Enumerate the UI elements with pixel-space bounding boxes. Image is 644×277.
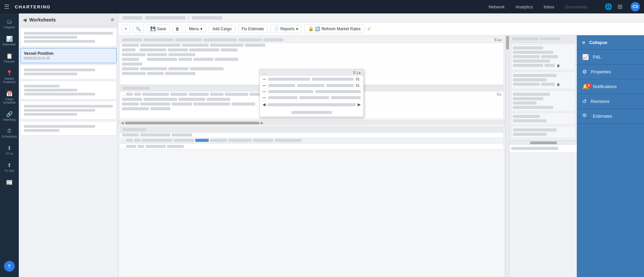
nav-analytics[interactable]: Analytics (513, 4, 535, 9)
grid-cell (122, 63, 142, 66)
popup-header: ... S La (260, 69, 363, 76)
scroll-thumb (506, 36, 509, 49)
collapse-icon: » (582, 39, 585, 45)
grid-cell (122, 48, 135, 51)
sidebar-item-cargo-schedule[interactable]: 📅 Cargo Schedule (1, 88, 18, 107)
horizontal-scrollbar[interactable]: ◀ ▶ (118, 120, 505, 125)
right-row (513, 101, 574, 105)
grid-cell (193, 58, 213, 61)
add-button[interactable]: + (122, 25, 130, 33)
right-panel-scrollbar[interactable] (510, 140, 577, 145)
reports-status-icon: ■ (296, 27, 298, 31)
reports-button[interactable]: 📄 Reports ■ (270, 25, 302, 33)
expand-right-icon[interactable]: ▶ (358, 102, 361, 107)
grid-cell (150, 107, 170, 110)
revisions-icon: ↺ (582, 98, 587, 105)
sidebar-item-scheduling[interactable]: 🗓 Scheduling (1, 125, 18, 141)
inner-row (137, 48, 501, 51)
right-cell (513, 128, 557, 131)
collapse-button[interactable]: » Collapse (577, 35, 644, 50)
worksheet-item[interactable] (20, 81, 117, 100)
worksheet-item[interactable] (20, 65, 117, 79)
popup-cell (312, 78, 354, 81)
sidebar-item-estimates[interactable]: 📊 Estimates (1, 33, 18, 49)
right-cell (513, 55, 540, 58)
grid-cell (122, 98, 142, 101)
collapse-panel-button[interactable]: ≡ (111, 17, 114, 23)
grid-cell (147, 72, 164, 75)
worksheet-item[interactable] (20, 121, 117, 136)
popup-bottom: ◀ ▶ (260, 101, 363, 108)
save-button[interactable]: 💾 Save (147, 25, 170, 33)
check-button[interactable]: ✓ (367, 26, 371, 32)
popup-footer (260, 108, 363, 117)
grid-section-1-header: S La (120, 37, 503, 43)
popup-label-right: S La (353, 71, 361, 75)
grid-cell (232, 103, 255, 106)
grid-cell (190, 67, 224, 70)
hamburger-menu[interactable]: ☰ (4, 3, 9, 10)
sidebar-item-matching[interactable]: 🔗 Matching (1, 108, 18, 124)
sidebar-item-market-positions[interactable]: 📍 Market Positions (1, 67, 18, 86)
grid-cell (122, 107, 149, 110)
breadcrumb-part1 (122, 16, 143, 19)
add-cargo-button[interactable]: Add Cargo (209, 25, 235, 33)
popup-overlay: ... S La ••• 31. ••• (259, 69, 364, 117)
estimates-button[interactable]: 🔍 Estimates (577, 109, 644, 124)
grid-cell (215, 58, 238, 61)
grid-cell (182, 44, 209, 47)
grid-cell (165, 72, 195, 75)
worksheet-item-active[interactable]: Vessel Position 09/05/2019 01:45 (20, 48, 117, 63)
nav-network[interactable]: Network (486, 4, 508, 9)
popup-row: ••• (260, 89, 363, 95)
delete-button[interactable]: 🗑 (172, 25, 183, 33)
popup-footer-cell (291, 111, 332, 114)
popup-row: ••• (260, 95, 363, 101)
placeholder-bar (24, 93, 95, 95)
user-avatar[interactable]: CS (631, 2, 640, 11)
menu-button[interactable]: Menu ▾ (185, 25, 206, 33)
nav-inbox[interactable]: Inbox (541, 4, 557, 9)
vertical-scrollbar[interactable] (505, 35, 510, 277)
worksheet-item[interactable] (20, 101, 117, 120)
help-button[interactable]: ? (4, 261, 15, 272)
grid-cell (122, 103, 139, 106)
grid-row (120, 57, 503, 62)
sidebar-item-tc-out[interactable]: ⬆ TC Out (1, 159, 18, 175)
toolbar-cell (275, 139, 301, 142)
placeholder-bar (24, 129, 59, 132)
save-icon: 💾 (150, 26, 156, 31)
pl-button[interactable]: 📈 P&L (577, 50, 644, 65)
worksheet-item[interactable] (20, 28, 117, 47)
section-3-subrow: ... (120, 144, 503, 149)
globe-icon[interactable]: 🌐 (605, 3, 612, 10)
placeholder-bar (24, 36, 77, 39)
worksheets-header: ◀ Worksheets ≡ (19, 13, 118, 27)
properties-button[interactable]: ⚙ Properties (577, 65, 644, 79)
market-positions-icon: 📍 (6, 70, 13, 76)
sidebar-item-reports[interactable]: 📰 (1, 176, 18, 188)
scroll-left-arrow[interactable]: ◀ (120, 121, 125, 125)
scroll-right-arrow[interactable]: ▶ (259, 121, 265, 125)
right-panel-footer (510, 145, 577, 152)
grid-cell (207, 98, 230, 101)
grid-cell (193, 103, 230, 106)
popup-cell (326, 84, 354, 87)
notifications-button[interactable]: 🔔 6 Notifications (577, 79, 644, 94)
back-icon[interactable]: ◀ (23, 17, 27, 23)
nav-documents[interactable]: Documents (562, 4, 590, 9)
revisions-button[interactable]: ↺ Revisions (577, 94, 644, 109)
right-cell (513, 115, 540, 118)
sidebar-item-fixtures[interactable]: 📋 Fixtures (1, 50, 18, 66)
sidebar-item-cargoes[interactable]: 🗂 Cargoes (1, 16, 18, 32)
toolbar-cell (142, 139, 172, 142)
dots-icon: ••• (263, 96, 266, 100)
right-panel-body: 0 0 (510, 43, 577, 140)
toolbar-cell (253, 139, 273, 142)
sidebar-item-tc-in[interactable]: ⬇ TC In (1, 142, 18, 158)
search-button[interactable]: 🔍 (133, 25, 144, 33)
grid-icon[interactable]: ⊞ (617, 3, 622, 10)
expand-left-icon[interactable]: ◀ (263, 102, 266, 107)
fix-estimate-button[interactable]: Fix Estimate (238, 25, 268, 33)
refresh-market-rates-button[interactable]: 🔒 🔄 Refresh Market Rates (305, 25, 364, 33)
